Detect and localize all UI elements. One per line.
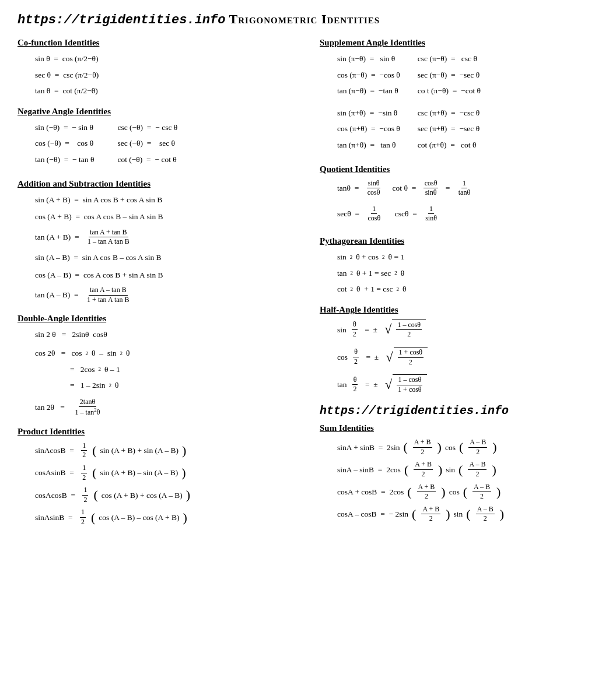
cofunction-section: Co-function Identities sin θ = cos (π/2−… (18, 38, 296, 97)
negative-angle-formulas: sin (−θ) = − sin θ cos (−θ) = cos θ tan … (35, 121, 296, 170)
supplement-section: Supplement Angle Identities sin (π−θ) = … (320, 38, 598, 155)
page-header: https://trigidentities.info Trigonometri… (18, 12, 598, 27)
pythagorean-title: Pythagorean Identities (320, 236, 598, 246)
quotient-section: Quotient Identities tanθ = sinθ cosθ cot… (320, 164, 598, 227)
add-sub-section: Addition and Subtraction Identities sin … (18, 179, 296, 305)
supplement-title: Supplement Angle Identities (320, 38, 598, 48)
header-title: Trigonometric Identities (225, 12, 380, 27)
half-angle-title: Half-Angle Identities (320, 305, 598, 315)
sum-section: Sum Identities sinA + sinB = 2sin ( A + … (320, 423, 598, 524)
header-url: https://trigidentities.info (18, 13, 225, 27)
footer-url: https://trigidentities.info (320, 404, 598, 417)
double-angle-title: Double-Angle Identities (18, 314, 296, 324)
double-angle-formulas: sin 2 θ = 2sinθ cosθ cos 2θ = cos2θ – si… (35, 328, 296, 417)
negative-angle-title: Negative Angle Identities (18, 107, 296, 117)
pythagorean-section: Pythagorean Identities sin2 θ + cos2θ = … (320, 236, 598, 296)
product-formulas: sinAcosB = 12 ( sin (A + B) + sin (A – B… (35, 441, 296, 527)
quotient-title: Quotient Identities (320, 164, 598, 174)
add-sub-formulas: sin (A + B) = sin A cos B + cos A sin B … (35, 194, 296, 305)
negative-angle-section: Negative Angle Identities sin (−θ) = − s… (18, 107, 296, 170)
quotient-formulas: tanθ = sinθ cosθ cot θ = cosθ sinθ = (337, 179, 598, 227)
double-angle-section: Double-Angle Identities sin 2 θ = 2sinθ … (18, 314, 296, 417)
sum-title: Sum Identities (320, 423, 598, 433)
pythagorean-formulas: sin2 θ + cos2θ = 1 tan2 θ + 1 = sec2 θ c… (337, 251, 598, 296)
cofunction-title: Co-function Identities (18, 38, 296, 48)
cofunction-formulas: sin θ = cos (π/2−θ) sec θ = csc (π/2−θ) … (35, 52, 296, 97)
sum-formulas: sinA + sinB = 2sin ( A + B2 ) cos ( A – … (337, 438, 598, 524)
half-angle-section: Half-Angle Identities sin θ2 = ± √ 1 – c… (320, 305, 598, 395)
half-angle-formulas: sin θ2 = ± √ 1 – cosθ2 cos θ2 = ± (337, 320, 598, 395)
product-section: Product Identities sinAcosB = 12 ( sin (… (18, 427, 296, 527)
supplement-formulas: sin (π−θ) = sin θ cos (π−θ) = −cos θ tan… (337, 52, 598, 155)
product-title: Product Identities (18, 427, 296, 437)
add-sub-title: Addition and Subtraction Identities (18, 179, 296, 189)
